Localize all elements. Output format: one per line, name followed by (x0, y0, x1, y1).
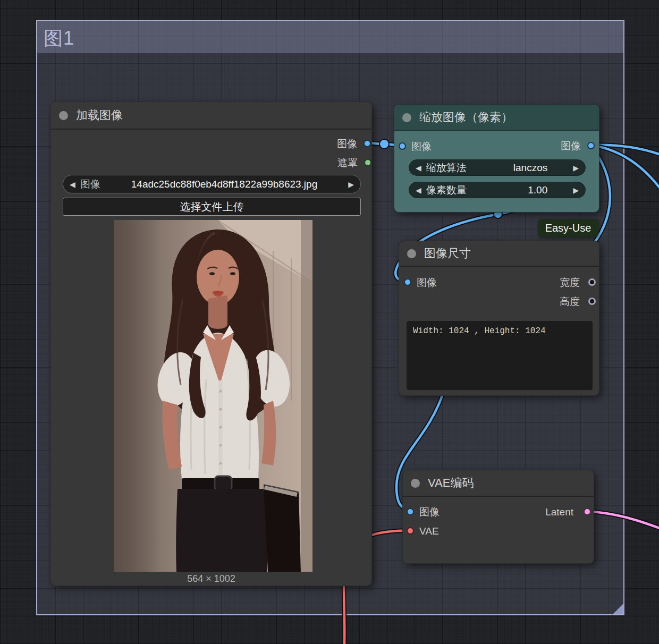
combo-next-arrow-icon[interactable]: ▶ (348, 180, 354, 189)
output-slot-height[interactable] (588, 298, 596, 305)
collapse-dot[interactable] (59, 111, 68, 120)
widget-label: 像素数量 (426, 183, 467, 197)
output-slot-mask[interactable] (364, 159, 371, 166)
input-label-image: 图像 (417, 277, 437, 287)
output-label-image: 图像 (337, 139, 357, 149)
filename-combo-widget[interactable]: ◀ 图像 14adc25dc88f0eb4d8ff1822a99b8623.jp… (63, 175, 361, 193)
widget-label: 缩放算法 (426, 161, 467, 175)
upload-file-button[interactable]: 选择文件上传 (63, 198, 361, 216)
input-label-vae: VAE (419, 526, 439, 536)
node-load-image[interactable]: 加载图像 图像 遮罩 ◀ 图像 14adc25dc88f0eb4d8ff1822… (50, 101, 372, 586)
node-title: 加载图像 (76, 107, 123, 123)
node-image-size[interactable]: 图像尺寸 图像 宽度 高度 Width: 1024 , Height: 1024 (399, 241, 599, 396)
output-label-latent: Latent (545, 507, 573, 517)
widget-next-arrow-icon[interactable]: ▶ (573, 186, 579, 194)
loaded-image-preview (114, 220, 312, 572)
input-label-image: 图像 (419, 507, 440, 517)
output-label-width: 宽度 (560, 277, 580, 287)
node-graph-canvas[interactable]: 图1 加载图像 图像 遮罩 ◀ 图像 (0, 0, 659, 644)
output-slot-image[interactable] (587, 142, 595, 149)
output-label-image: 图像 (561, 141, 581, 151)
widget-prev-arrow-icon[interactable]: ◀ (416, 164, 421, 172)
scale-method-widget[interactable]: ◀ 缩放算法 lanczos ▶ (409, 159, 586, 176)
easy-use-badge: Easy-Use (538, 219, 598, 237)
node-vae-encode[interactable]: VAE编码 图像 VAE Latent (402, 470, 594, 564)
input-slot-image[interactable] (407, 508, 414, 515)
input-slot-image[interactable] (404, 278, 411, 286)
widget-prev-arrow-icon[interactable]: ◀ (416, 186, 421, 194)
widget-value: 1.00 (467, 184, 573, 196)
input-slot-image[interactable] (399, 142, 406, 150)
input-slot-vae[interactable] (407, 527, 414, 535)
input-label-image: 图像 (411, 141, 432, 151)
easy-use-badge-label: Easy-Use (545, 222, 592, 234)
node-load-image-header[interactable]: 加载图像 (51, 102, 371, 130)
node-title: VAE编码 (428, 475, 474, 491)
wire-latent-out-outline (587, 511, 659, 528)
combo-value: 14adc25dc88f0eb4d8ff1822a99b8623.jpg (100, 179, 348, 190)
collapse-dot[interactable] (411, 479, 420, 488)
output-label-height: 高度 (560, 296, 580, 307)
node-scale-image-header[interactable]: 缩放图像（像素） (394, 105, 599, 131)
node-scale-image[interactable]: 缩放图像（像素） 图像 图像 ◀ 缩放算法 lanczos ▶ ◀ 像素数量 1… (394, 105, 599, 213)
collapse-dot[interactable] (407, 249, 416, 258)
output-label-mask: 遮罩 (337, 158, 358, 168)
node-title: 缩放图像（像素） (419, 109, 513, 125)
output-slot-latent[interactable] (584, 508, 591, 515)
size-info-text: Width: 1024 , Height: 1024 (413, 326, 546, 336)
node-title: 图像尺寸 (424, 245, 471, 261)
size-info-textbox[interactable]: Width: 1024 , Height: 1024 (407, 321, 593, 390)
upload-file-label: 选择文件上传 (180, 200, 244, 214)
widget-value: lanczos (467, 162, 573, 174)
portrait-illustration (114, 220, 312, 572)
output-slot-width[interactable] (588, 278, 596, 286)
combo-label: 图像 (80, 177, 100, 191)
node-image-size-header[interactable]: 图像尺寸 (399, 241, 599, 267)
image-size-caption: 564 × 1002 (51, 573, 371, 584)
pixel-amount-widget[interactable]: ◀ 像素数量 1.00 ▶ (409, 182, 586, 198)
collapse-dot[interactable] (402, 113, 411, 122)
combo-prev-arrow-icon[interactable]: ◀ (70, 180, 75, 189)
node-vae-encode-header[interactable]: VAE编码 (403, 470, 594, 497)
link-dot[interactable] (379, 139, 389, 149)
output-slot-image[interactable] (364, 140, 371, 147)
widget-next-arrow-icon[interactable]: ▶ (573, 164, 579, 172)
